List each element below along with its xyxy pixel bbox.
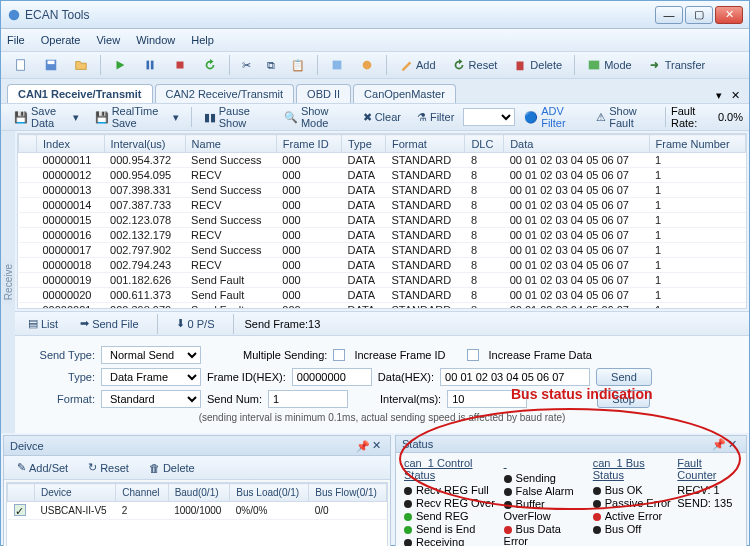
menubar: File Operate View Window Help	[1, 29, 749, 51]
dev-col-busflow[interactable]: Bus Flow(0/1)	[309, 484, 387, 502]
open-icon[interactable]	[67, 54, 95, 76]
tab-can1[interactable]: CAN1 Receive/Transmit	[7, 84, 153, 103]
col-format[interactable]: Format	[385, 135, 464, 153]
col-frameid[interactable]: Frame ID	[276, 135, 341, 153]
pause-icon[interactable]	[136, 54, 164, 76]
tool-icon-2[interactable]	[353, 54, 381, 76]
format-combo[interactable]: Standard	[101, 390, 201, 408]
control-status-head: can_1 Control Status	[404, 457, 498, 481]
data-grid[interactable]: Index Interval(us) Name Frame ID Type Fo…	[17, 133, 747, 309]
inc-framedata-checkbox[interactable]	[467, 349, 479, 361]
table-row[interactable]: 00000017002.797.902Send Success000DATAST…	[19, 243, 746, 258]
col-index[interactable]: Index	[37, 135, 105, 153]
table-row[interactable]: 00000021000.398.970Send Fault000DATASTAN…	[19, 303, 746, 310]
maximize-button[interactable]: ▢	[685, 6, 713, 24]
device-row[interactable]: ✓ USBCAN-II-V5 2 1000/1000 0%/0% 0/0	[8, 502, 387, 520]
svg-rect-8	[333, 61, 342, 70]
stop-button[interactable]: Stop	[597, 390, 650, 408]
col-data[interactable]: Data	[504, 135, 649, 153]
table-row[interactable]: 00000020000.611.373Send Fault000DATASTAN…	[19, 288, 746, 303]
save-icon[interactable]	[37, 54, 65, 76]
table-row[interactable]: 00000018002.794.243RECV000DATASTANDARD80…	[19, 258, 746, 273]
table-row[interactable]: 00000012000.954.095RECV000DATASTANDARD80…	[19, 168, 746, 183]
pause-show-button[interactable]: ▮▮ Pause Show	[197, 106, 275, 128]
show-fault-button[interactable]: ⚠ Show Fault	[589, 106, 660, 128]
menu-file[interactable]: File	[7, 34, 25, 46]
pin-icon[interactable]: 📌	[356, 440, 368, 452]
sendnum-label: Send Num:	[207, 393, 262, 405]
svg-rect-10	[517, 62, 524, 71]
close-button[interactable]: ✕	[715, 6, 743, 24]
realtime-save-button[interactable]: 💾 RealTime Save ▾	[88, 106, 186, 128]
dev-col-channel[interactable]: Channel	[116, 484, 168, 502]
tab-close-icon[interactable]: ✕	[727, 87, 743, 103]
col-interval[interactable]: Interval(us)	[104, 135, 185, 153]
pin-icon[interactable]: 📌	[712, 438, 724, 450]
col-dlc[interactable]: DLC	[465, 135, 504, 153]
send-file-button[interactable]: ➡ Send File	[73, 313, 145, 335]
clear-button[interactable]: ✖ Clear	[356, 106, 408, 128]
device-addset-button[interactable]: ✎ Add/Set	[10, 457, 75, 479]
tab-canopen[interactable]: CanOpenMaster	[353, 84, 456, 103]
show-mode-button[interactable]: 🔍 Show Mode	[277, 106, 354, 128]
frameid-label: Frame ID(HEX):	[207, 371, 286, 383]
add-button[interactable]: Add	[392, 54, 443, 76]
table-row[interactable]: 00000013007.398.331Send Success000DATAST…	[19, 183, 746, 198]
adv-filter-button[interactable]: 🔵 ADV Filter	[517, 106, 587, 128]
device-delete-button[interactable]: 🗑 Delete	[142, 457, 202, 479]
transmit-pane: Send Type: Normal Send Multiple Sending:…	[15, 335, 749, 433]
save-data-button[interactable]: 💾 Save Data ▾	[7, 106, 86, 128]
refresh-icon[interactable]	[196, 54, 224, 76]
panel-close-icon[interactable]: ✕	[368, 438, 384, 454]
table-row[interactable]: 00000011000.954.372Send Success000DATAST…	[19, 153, 746, 168]
reset-button[interactable]: Reset	[445, 54, 505, 76]
menu-operate[interactable]: Operate	[41, 34, 81, 46]
paste-icon[interactable]: 📋	[284, 54, 312, 76]
svg-marker-4	[117, 61, 125, 70]
menu-view[interactable]: View	[96, 34, 120, 46]
table-row[interactable]: 00000015002.123.078Send Success000DATAST…	[19, 213, 746, 228]
dev-col-device[interactable]: Device	[35, 484, 116, 502]
sendnum-input[interactable]	[268, 390, 348, 408]
device-row-checkbox[interactable]: ✓	[14, 504, 26, 516]
menu-window[interactable]: Window	[136, 34, 175, 46]
mode-button[interactable]: Mode	[580, 54, 639, 76]
dev-col-baud[interactable]: Baud(0/1)	[168, 484, 230, 502]
frameid-input[interactable]	[292, 368, 372, 386]
play-icon[interactable]	[106, 54, 134, 76]
minimize-button[interactable]: —	[655, 6, 683, 24]
stop-icon[interactable]	[166, 54, 194, 76]
filter-select[interactable]	[463, 108, 515, 126]
send-button[interactable]: Send	[596, 368, 652, 386]
filter-button[interactable]: ⚗ Filter	[410, 106, 461, 128]
tab-obd2[interactable]: OBD II	[296, 84, 351, 103]
interval-label: Interval(ms):	[380, 393, 441, 405]
datahex-input[interactable]	[440, 368, 590, 386]
col-name[interactable]: Name	[185, 135, 276, 153]
menu-help[interactable]: Help	[191, 34, 214, 46]
row-select-header[interactable]	[19, 135, 37, 153]
panel-close-icon[interactable]: ✕	[724, 436, 740, 452]
table-row[interactable]: 00000016002.132.179RECV000DATASTANDARD80…	[19, 228, 746, 243]
col-type[interactable]: Type	[341, 135, 385, 153]
table-row[interactable]: 00000014007.387.733RECV000DATASTANDARD80…	[19, 198, 746, 213]
dev-col-busload[interactable]: Bus Load(0/1)	[230, 484, 309, 502]
delete-button[interactable]: Delete	[506, 54, 569, 76]
cut-icon[interactable]: ✂	[235, 54, 258, 76]
type-combo[interactable]: Data Frame	[101, 368, 201, 386]
copy-icon[interactable]: ⧉	[260, 54, 282, 76]
tool-icon-1[interactable]	[323, 54, 351, 76]
device-reset-button[interactable]: ↻ Reset	[81, 457, 136, 479]
tab-dropdown-icon[interactable]: ▾	[711, 87, 727, 103]
new-icon[interactable]	[7, 54, 35, 76]
tab-can2[interactable]: CAN2 Receive/Transmit	[155, 84, 295, 103]
table-row[interactable]: 00000019001.182.626Send Fault000DATASTAN…	[19, 273, 746, 288]
svg-rect-11	[589, 61, 600, 70]
col-framenum[interactable]: Frame Number	[649, 135, 745, 153]
transfer-button[interactable]: Transfer	[641, 54, 713, 76]
inc-frameid-checkbox[interactable]	[333, 349, 345, 361]
window-title: ECAN Tools	[21, 8, 655, 22]
sendtype-combo[interactable]: Normal Send	[101, 346, 201, 364]
interval-input[interactable]	[447, 390, 527, 408]
list-button[interactable]: ▤ List	[21, 313, 65, 335]
